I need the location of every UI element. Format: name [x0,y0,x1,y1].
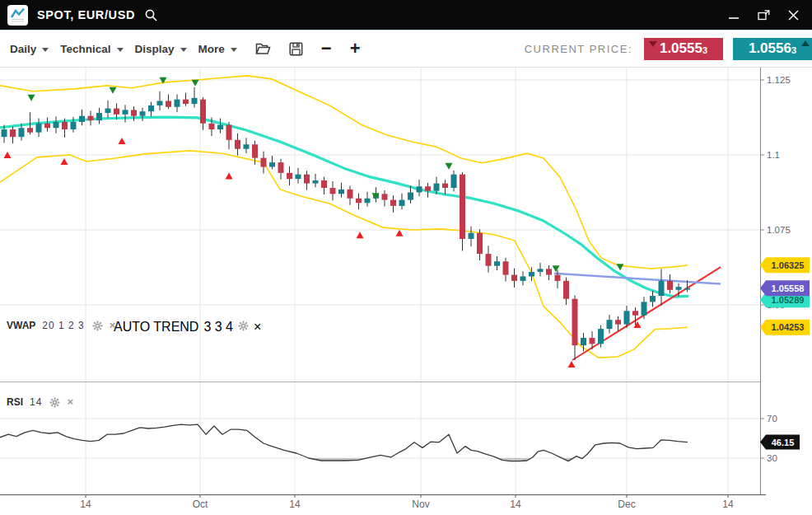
chevron-down-icon [42,48,49,52]
candle [217,125,223,129]
candle [269,162,275,166]
candle [105,109,111,113]
save-chart-button[interactable] [289,42,303,56]
candle [261,158,267,167]
buy-marker [634,321,642,328]
candle [632,311,638,315]
bid-price-value: 1.0555 [660,40,702,57]
chevron-down-icon [117,48,124,52]
menu-period[interactable]: Daily [10,43,49,55]
gear-icon [49,397,60,408]
candle [27,128,33,132]
chart-app-icon [7,5,28,26]
zoom-in-button[interactable]: + [350,40,361,57]
sell-marker [553,265,560,272]
bid-price-button[interactable]: 1.05553 [644,38,723,60]
menu-display[interactable]: Display [135,43,187,55]
rsi-indicator-params: 14 [30,396,42,408]
rsi-remove-button[interactable]: × [67,398,73,406]
window-controls [728,10,799,21]
candle [624,311,630,324]
candle [200,100,206,124]
ask-price-button[interactable]: 1.05563 [733,38,812,60]
autotrend-remove-button[interactable]: × [254,320,261,335]
arrow-down-icon [649,41,657,47]
autotrend-indicator-name: AUTO TREND [114,320,198,335]
restore-icon [758,10,770,21]
vwap [0,117,688,297]
restore-button[interactable] [758,10,770,21]
candle [19,128,25,137]
open-chart-button[interactable] [255,42,271,55]
axis-label: 30 [767,453,777,463]
axis-label: Nov [412,499,429,510]
menu-more[interactable]: More [198,43,237,55]
ask-price-value: 1.0556 [749,40,791,57]
chart-area[interactable]: 1.1251.11.0751.05703014Oct14Nov14Dec141.… [0,68,812,515]
candle [684,288,690,290]
candle [546,269,552,274]
candle [460,175,465,239]
vwap-legend: VWAP 20 1 2 3 × [7,320,115,331]
trendline-resistance [554,274,721,284]
candle [676,287,682,290]
candle [304,175,310,184]
buy-marker [357,232,364,238]
candle [226,125,232,140]
candle [79,116,85,122]
candle [451,175,457,188]
axis-label: 70 [767,414,777,424]
trading-chart-window: SPOT, EUR/USD [0,0,812,515]
search-button[interactable] [144,8,158,22]
candle [114,109,119,115]
close-button[interactable] [788,10,799,21]
menu-technical-label: Technical [60,43,110,55]
axis-labels: 1.1251.11.0751.05703014Oct14Nov14Dec14 [80,75,790,510]
rsi-indicator-name: RSI [7,396,23,408]
candle [330,188,336,194]
candle [175,100,180,107]
candle [434,184,440,191]
axis-label: Oct [193,499,208,510]
axis-label: 14 [80,499,91,510]
candle [140,111,146,115]
minimize-icon [728,10,740,20]
autotrend-indicator-params: 3 3 4 [203,320,233,335]
upper-band [0,76,688,269]
price-badge-label: 1.06325 [772,260,805,270]
candle [417,186,422,192]
search-icon [144,8,158,22]
price-chart-canvas[interactable]: 1.1251.11.0751.05703014Oct14Nov14Dec141.… [0,68,812,515]
rsi-pane [0,424,688,461]
candle [511,275,517,281]
rsi-settings-button[interactable] [49,397,60,408]
zoom-out-button[interactable]: − [321,40,332,57]
candle [408,193,413,200]
candle [278,162,284,173]
candle [209,124,215,129]
minimize-button[interactable] [728,10,740,20]
candle [581,338,586,345]
autotrend-settings-button[interactable] [238,320,249,335]
candle [399,200,405,206]
vwap-settings-button[interactable] [92,321,103,331]
axis-label: 1.125 [767,75,791,85]
price-badge-label: 1.04253 [772,322,805,332]
arrow-up-icon [801,40,810,46]
menu-period-label: Daily [10,43,36,55]
candle [382,194,388,199]
candle [62,122,68,129]
candle [183,100,189,104]
axis-label: 1.1 [767,150,780,160]
candle [667,281,673,290]
candle [148,105,154,111]
candle [235,140,240,149]
candle [477,233,483,254]
candle [10,129,16,137]
symbol-title: SPOT, EUR/USD [37,8,135,21]
candle [642,302,647,315]
rsi-line [0,424,688,461]
candle [44,124,50,128]
price-badge-label: 46.15 [772,438,795,447]
menu-technical[interactable]: Technical [60,43,123,55]
